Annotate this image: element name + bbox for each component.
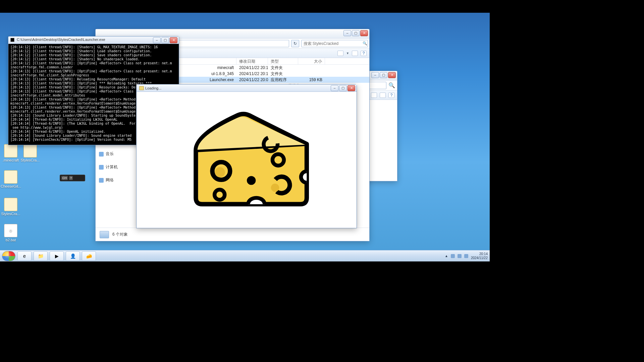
clock-time: 20:14 [471,252,488,256]
taskbar-cheese[interactable]: 🧀 [82,251,96,261]
window-title: Loading... [145,86,161,90]
drive-icon [100,231,109,238]
file-icon: ⚙ [4,224,17,237]
help-icon[interactable]: ? [361,51,367,56]
minimize-button[interactable]: – [371,72,379,78]
maximize-button[interactable]: ▢ [352,30,360,36]
loading-window[interactable]: Loading... – ▢ ✕ [136,84,357,228]
minimize-button[interactable]: – [331,85,338,91]
col-date[interactable]: 修改日期 [236,58,268,64]
close-button[interactable]: ✕ [170,37,177,43]
icon-label: b2.bat [6,238,16,242]
chevron-down-icon[interactable]: ▼ [346,52,349,55]
lang-code: CH [61,176,68,180]
help-icon[interactable]: ? [388,93,394,98]
status-text: 6 个对象 [112,232,128,237]
minimize-button[interactable]: – [343,30,351,36]
preview-icon[interactable] [380,93,386,98]
svg-point-1 [215,167,225,177]
flag-icon[interactable] [451,254,455,258]
close-button[interactable]: ✕ [347,85,355,91]
icon-label: StylesCra... [1,212,20,216]
status-bar: 6 个对象 [96,228,369,241]
taskbar-ie[interactable]: e [17,251,32,261]
search-icon[interactable]: 🔍 [388,82,395,88]
titlebar[interactable]: C:\Users\Admin\Desktop\StylesCracked\Lau… [8,37,179,44]
network-icon [99,178,104,183]
view-icon[interactable] [371,93,377,98]
col-type[interactable]: 类型 [268,58,298,64]
minimize-button[interactable]: – [153,37,161,43]
taskbar[interactable]: e 📁 ▶ 👤 🧀 ▲ 20:14 2024/11/22 [0,250,490,261]
taskbar-app[interactable]: 👤 [66,251,80,261]
folder-icon [23,144,37,158]
chevron-up-icon[interactable]: ▲ [445,254,448,258]
close-button[interactable]: ✕ [388,72,396,78]
search-input[interactable] [301,40,368,47]
start-button[interactable] [2,251,15,261]
col-size[interactable]: 大小 [298,58,325,64]
svg-point-3 [247,176,256,185]
refresh-button[interactable]: ↻ [291,40,299,47]
loading-body [137,92,357,228]
folder-icon [4,170,17,184]
system-tray[interactable]: ▲ 20:14 2024/11/22 [445,252,488,260]
icon-label: StylesCra... [21,158,40,162]
view-menu-icon[interactable] [337,51,343,56]
search-icon[interactable]: 🔍 [363,41,367,46]
cmd-icon [10,38,14,42]
maximize-button[interactable]: ▢ [339,85,347,91]
language-bar[interactable]: CH ? [60,175,85,181]
taskbar-explorer[interactable]: 📁 [34,251,48,261]
desktop-icon[interactable]: .minecraft [1,144,21,162]
music-icon [99,152,104,157]
desktop: .minecraft StylesCra... CheeseGit... Sty… [0,13,490,261]
window-title: C:\Users\Admin\Desktop\StylesCracked\Lau… [17,38,105,42]
app-icon [139,86,144,90]
titlebar[interactable]: Loading... – ▢ ✕ [137,84,357,92]
desktop-icon[interactable]: ⚙b2.bat [1,224,21,242]
preview-pane-icon[interactable] [352,51,358,56]
desktop-icon[interactable]: CheeseGit... [1,170,21,188]
sidebar-item-network[interactable]: 网络 [96,176,136,184]
folder-icon [4,198,17,211]
taskbar-media[interactable]: ▶ [50,251,64,261]
maximize-button[interactable]: ▢ [380,72,387,78]
cheese-icon [179,103,314,217]
clock[interactable]: 20:14 2024/11/22 [471,252,488,260]
volume-icon[interactable] [464,254,468,258]
maximize-button[interactable]: ▢ [161,37,169,43]
desktop-icon[interactable]: StylesCra... [1,198,21,216]
computer-icon [99,165,104,170]
close-button[interactable]: ✕ [360,30,368,36]
folder-icon [4,144,17,158]
network-icon[interactable] [458,254,462,258]
sidebar-item-music[interactable]: 音乐 [96,150,136,158]
sidebar-item-computer[interactable]: 计算机 [96,163,136,171]
svg-point-5 [271,184,279,192]
icon-label: CheeseGit... [1,184,21,188]
clock-date: 2024/11/22 [471,256,488,260]
help-icon: ? [69,176,73,180]
desktop-icon[interactable]: StylesCra... [20,144,40,162]
icon-label: .minecraft [3,158,19,162]
